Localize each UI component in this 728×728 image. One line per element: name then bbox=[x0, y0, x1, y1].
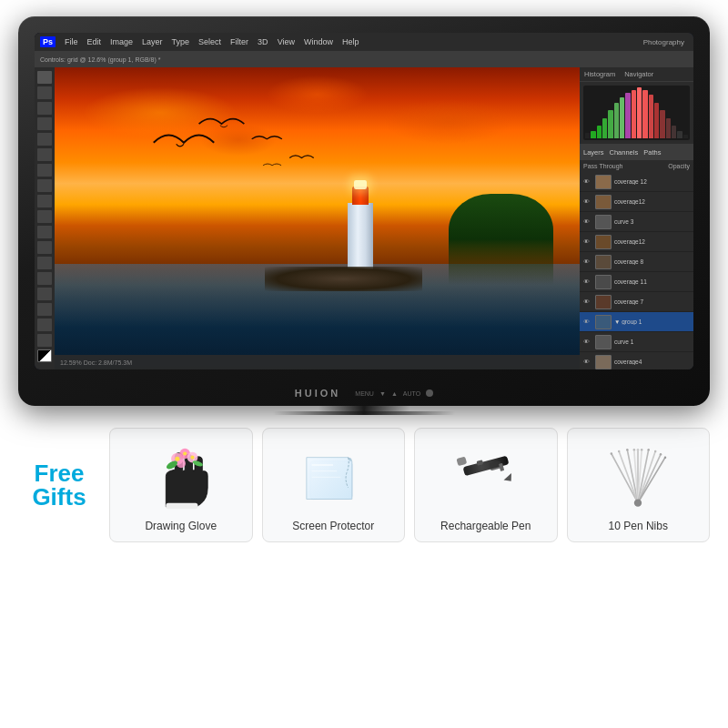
control-auto[interactable]: AUTO bbox=[403, 390, 420, 397]
ps-tool-stamp[interactable] bbox=[37, 195, 52, 207]
control-menu[interactable]: MENU bbox=[355, 390, 374, 397]
ps-tool-pen[interactable] bbox=[37, 257, 52, 269]
layer-thumb-3 bbox=[595, 235, 612, 249]
layer-name-0: coverage 12 bbox=[614, 178, 690, 185]
ps-menu-3d[interactable]: 3D bbox=[254, 37, 272, 46]
layer-name-4: coverage 8 bbox=[614, 258, 690, 265]
ps-tool-crop[interactable] bbox=[37, 133, 52, 146]
layer-name-1: coverage12 bbox=[614, 198, 690, 205]
ps-menu-help[interactable]: Help bbox=[339, 37, 363, 46]
ps-tool-move[interactable] bbox=[37, 71, 52, 84]
canvas-info-bar: 12.59% Doc: 2.8M/75.3M bbox=[55, 355, 580, 369]
ps-tool-wand[interactable] bbox=[37, 117, 52, 130]
layer-name-group1: ▼ group 1 bbox=[614, 318, 690, 325]
drawing-glove-icon bbox=[140, 442, 222, 511]
tab-layers[interactable]: Layers bbox=[583, 148, 604, 157]
control-up[interactable]: ▲ bbox=[391, 390, 398, 397]
layer-item-group1[interactable]: 👁 ▼ group 1 bbox=[580, 312, 693, 332]
layer-thumb-0 bbox=[595, 175, 612, 189]
layer-item-3[interactable]: 👁 coverage12 bbox=[580, 232, 693, 252]
layer-name-5: coverage 11 bbox=[614, 278, 690, 285]
ps-histogram bbox=[583, 86, 690, 140]
monitor-bottom-bar: HUION MENU ▼ ▲ AUTO bbox=[18, 388, 710, 399]
ps-right-panel: Histogram Navigator bbox=[580, 67, 693, 369]
ps-menu-window[interactable]: Window bbox=[300, 37, 337, 46]
svg-point-30 bbox=[611, 452, 613, 455]
ps-tool-path[interactable] bbox=[37, 288, 52, 300]
tab-channels[interactable]: Channels bbox=[610, 148, 639, 157]
layer-eye-1: 👁 bbox=[583, 198, 592, 206]
layer-eye-group1: 👁 bbox=[583, 318, 592, 326]
layer-thumb-6 bbox=[595, 295, 612, 309]
svg-rect-0 bbox=[166, 502, 197, 509]
tab-navigator[interactable]: Navigator bbox=[620, 67, 658, 81]
ps-workspace: Photography bbox=[640, 38, 688, 46]
ps-toolbar bbox=[35, 67, 55, 369]
ps-tool-hand[interactable] bbox=[37, 318, 52, 331]
ps-layers-panel: Layers Channels Paths Pass Through Opaci… bbox=[580, 144, 693, 369]
ps-logo: Ps bbox=[40, 36, 56, 47]
ps-tool-dodge[interactable] bbox=[37, 241, 52, 254]
ps-tool-shape[interactable] bbox=[37, 303, 52, 316]
ps-tool-lasso[interactable] bbox=[37, 102, 52, 115]
layer-thumb-curve1 bbox=[595, 335, 612, 349]
ps-menu-edit[interactable]: Edit bbox=[84, 37, 106, 46]
ps-tool-zoom[interactable] bbox=[37, 334, 52, 347]
monitor-base bbox=[273, 411, 455, 415]
layer-thumb-group1 bbox=[595, 315, 612, 329]
layer-item-curve1[interactable]: 👁 curve 1 bbox=[580, 332, 693, 352]
monitor-controls: MENU ▼ ▲ AUTO bbox=[355, 389, 433, 397]
layer-name-3: coverage12 bbox=[614, 238, 690, 245]
brand-name: HUION bbox=[295, 388, 340, 399]
layer-item-0[interactable]: 👁 coverage 12 bbox=[580, 172, 693, 192]
gift-label-drawing-glove: Drawing Glove bbox=[145, 520, 217, 532]
monitor-screen-bezel: Ps File Edit Image Layer Type Select Fil… bbox=[35, 33, 693, 369]
ps-histogram-tabs: Histogram Navigator bbox=[580, 67, 693, 82]
gift-icon-pen-nibs bbox=[592, 440, 683, 512]
control-down[interactable]: ▼ bbox=[379, 390, 386, 397]
layer-item-2[interactable]: 👁 curve 3 bbox=[580, 212, 693, 232]
opacity-label: Opacity bbox=[668, 163, 690, 169]
ps-layers-header: Layers Channels Paths bbox=[580, 144, 693, 160]
ps-menu-select[interactable]: Select bbox=[195, 37, 225, 46]
free-text: Free bbox=[35, 461, 85, 485]
ps-tool-color[interactable] bbox=[37, 349, 52, 362]
control-power[interactable] bbox=[426, 389, 433, 397]
ps-layer-options: Pass Through Opacity bbox=[580, 160, 693, 172]
blend-mode-label[interactable]: Pass Through bbox=[583, 163, 622, 169]
ps-menu-image[interactable]: Image bbox=[106, 37, 136, 46]
ps-tool-marquee[interactable] bbox=[37, 86, 52, 99]
monitor-section: Ps File Edit Image Layer Type Select Fil… bbox=[18, 16, 710, 415]
svg-point-38 bbox=[660, 453, 662, 456]
gift-item-screen-protector: Screen Protector bbox=[262, 428, 406, 542]
ps-tool-text[interactable] bbox=[37, 272, 52, 285]
layer-thumb-2 bbox=[595, 215, 612, 229]
layer-eye-curve1: 👁 bbox=[583, 339, 592, 346]
ps-menu-filter[interactable]: Filter bbox=[227, 37, 252, 46]
tab-paths[interactable]: Paths bbox=[643, 148, 661, 157]
ps-ui: Ps File Edit Image Layer Type Select Fil… bbox=[35, 33, 693, 369]
layer-name-2: curve 3 bbox=[614, 218, 690, 225]
ps-tool-eraser[interactable] bbox=[37, 210, 52, 223]
svg-line-19 bbox=[612, 453, 638, 502]
layer-item-cov4[interactable]: 👁 coverage4 bbox=[580, 352, 693, 369]
layer-item-4[interactable]: 👁 coverage 8 bbox=[580, 252, 693, 272]
pen-nibs-icon bbox=[597, 442, 679, 511]
layer-name-6: coverage 7 bbox=[614, 298, 690, 305]
ps-menu-type[interactable]: Type bbox=[168, 37, 194, 46]
ps-menu-layer[interactable]: Layer bbox=[138, 37, 167, 46]
tab-histogram[interactable]: Histogram bbox=[580, 67, 620, 81]
ps-tool-brush[interactable] bbox=[37, 179, 52, 192]
layer-item-5[interactable]: 👁 coverage 11 bbox=[580, 272, 693, 292]
layer-eye-2: 👁 bbox=[583, 218, 592, 226]
layer-item-1[interactable]: 👁 coverage12 bbox=[580, 192, 693, 212]
ps-menu-view[interactable]: View bbox=[274, 37, 298, 46]
ps-tool-gradient[interactable] bbox=[37, 226, 52, 238]
svg-point-39 bbox=[664, 456, 667, 459]
ps-options-bar: Controls: grid @ 12.6% (group 1, RGB/8) … bbox=[35, 51, 693, 67]
ps-menu-file[interactable]: File bbox=[61, 37, 82, 46]
layer-item-6[interactable]: 👁 coverage 7 bbox=[580, 292, 693, 312]
ps-tool-eyedropper[interactable] bbox=[37, 148, 52, 161]
ps-tool-healing[interactable] bbox=[37, 164, 52, 177]
layer-eye-4: 👁 bbox=[583, 258, 592, 266]
